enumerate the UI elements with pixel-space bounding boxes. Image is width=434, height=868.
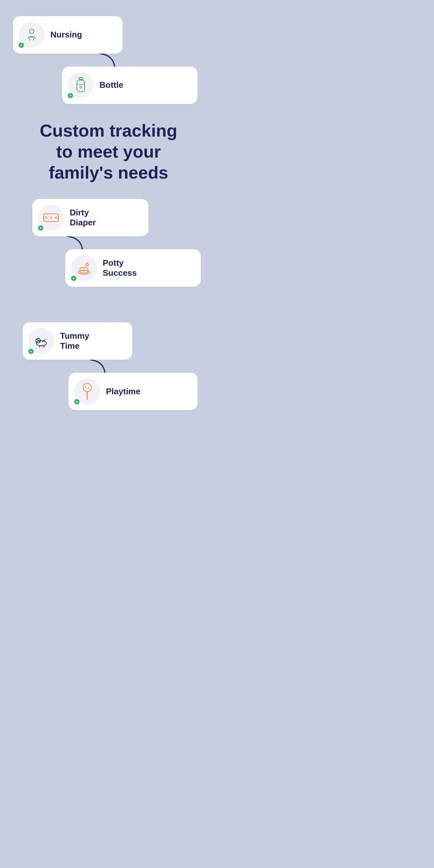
tummy-plus: +	[28, 348, 34, 354]
bottle-card-wrapper: + Bottle	[62, 66, 197, 104]
tummy-icon-circle: +	[28, 328, 54, 354]
playtime-card[interactable]: + Playtime	[68, 373, 197, 410]
potty-icon-circle: 2 +	[71, 255, 97, 281]
playtime-label: Playtime	[106, 386, 141, 397]
diaper-icon: 2	[42, 211, 60, 224]
potty-success-plus: +	[70, 275, 77, 282]
nursing-label: Nursing	[51, 30, 82, 40]
potty-success-label: PottySuccess	[103, 258, 137, 278]
diaper-icon-circle: 2 +	[38, 205, 64, 230]
svg-point-3	[80, 86, 82, 88]
potty-success-card-wrapper: 2 + PottySuccess	[65, 249, 201, 287]
nursing-icon	[24, 27, 40, 43]
bottle-icon	[73, 77, 88, 94]
svg-rect-1	[79, 78, 83, 80]
headline: Custom tracking to meet your family's ne…	[40, 120, 177, 183]
bottle-card[interactable]: + Bottle	[62, 66, 197, 104]
page-wrapper: + Nursing + Bottle	[0, 0, 217, 430]
svg-point-0	[29, 29, 34, 34]
bottle-icon-circle: +	[68, 72, 94, 98]
nursing-plus: +	[18, 42, 25, 49]
playtime-card-wrapper: + Playtime	[68, 373, 197, 410]
dirty-diaper-label: DirtyDiaper	[70, 208, 96, 228]
rattle-icon-circle: +	[74, 378, 100, 404]
potty-icon: 2	[75, 260, 92, 276]
bottle-plus: +	[67, 92, 73, 99]
rattle-icon	[81, 382, 94, 400]
tummy-icon	[33, 334, 50, 348]
svg-text:2: 2	[83, 269, 85, 272]
svg-point-11	[83, 383, 91, 392]
svg-point-14	[88, 388, 89, 389]
nursing-icon-circle: +	[19, 22, 44, 48]
bottle-label: Bottle	[99, 80, 123, 90]
svg-rect-2	[77, 80, 85, 92]
tummy-time-label: TummyTime	[60, 331, 89, 351]
nursing-card[interactable]: + Nursing	[13, 16, 123, 54]
svg-text:2: 2	[50, 216, 52, 220]
svg-point-9	[36, 341, 46, 346]
dirty-diaper-card[interactable]: 2 + DirtyDiaper	[32, 199, 149, 237]
tummy-time-card[interactable]: + TummyTime	[23, 322, 132, 360]
dirty-diaper-plus: +	[37, 225, 44, 231]
playtime-plus: +	[73, 399, 80, 405]
potty-success-card[interactable]: 2 + PottySuccess	[65, 249, 201, 287]
svg-point-13	[85, 386, 86, 388]
